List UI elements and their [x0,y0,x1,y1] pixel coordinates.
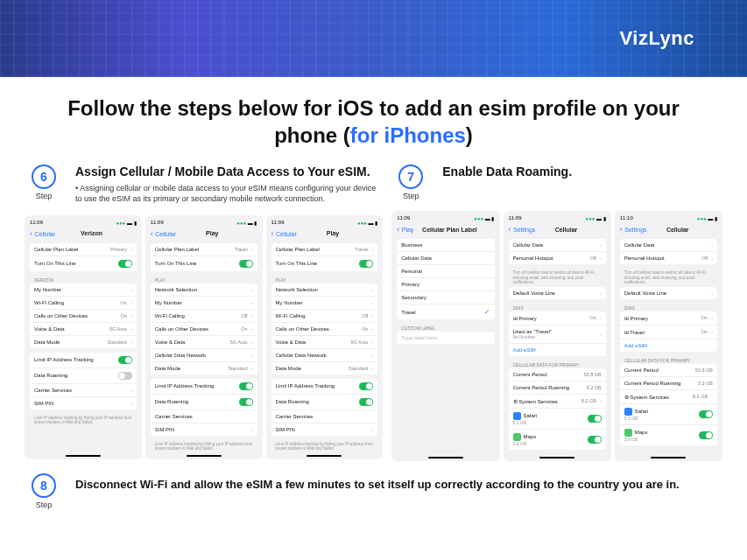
settings-row[interactable]: Data Roaming [271,395,378,410]
settings-row[interactable]: Current Period Roaming5.2 GB [509,382,606,395]
back-link[interactable]: Play [397,225,413,234]
step-6-desc: Assigning cellular or mobile data access… [75,184,383,204]
settings-row[interactable]: SIM PIN [151,424,257,436]
settings-row[interactable]: SIM PIN [271,424,378,436]
settings-row[interactable]: Voice & Data5G Auto [271,336,378,349]
step-6: 6 Step Assign Cellular / Mobile Data Acc… [25,164,383,460]
settings-row[interactable]: Voice & Data5G Auto [30,323,137,336]
settings-row[interactable]: Network Selection [151,284,257,297]
settings-row[interactable]: Voice & Data5G Auto [151,336,257,349]
back-link[interactable]: Cellular [151,229,176,238]
step-number-7: 7 [398,164,423,189]
step-7: 7 Step Enable Data Roaming. 11:09●●● ▬ ▮… [391,164,722,460]
settings-row[interactable]: Data Roaming [151,395,257,410]
settings-row[interactable]: Cellular Data [509,239,606,252]
step-8-title: Disconnect Wi-Fi and allow the eSIM a fe… [75,473,680,491]
settings-row[interactable]: Personal HotspotOff [620,252,717,264]
settings-row[interactable]: Default Voice Line [509,287,606,299]
iphone-screenshot: 11:09●●● ▬ ▮CellularPlay Cellular Plan L… [266,215,384,460]
settings-row[interactable]: Carrier Services [30,384,137,397]
settings-row[interactable]: Carrier Services [271,410,378,424]
brand-logo: VizLync [620,27,694,50]
step-8: 8 Step Disconnect Wi-Fi and allow the eS… [0,461,747,509]
toggle-on[interactable] [359,398,373,406]
step-number-6: 6 [32,164,56,189]
toggle-on[interactable] [239,260,253,268]
settings-row[interactable]: Current Period Roaming5.2 GB [620,377,717,390]
settings-row[interactable]: Calls on Other DevicesOn [30,310,137,323]
settings-row[interactable]: Wi-Fi CallingOn [30,297,137,310]
toggle-on[interactable] [239,382,253,390]
settings-row[interactable]: Limit IP Address Tracking [30,353,137,368]
settings-row[interactable]: Current Period53.8 GB [620,364,717,377]
settings-row[interactable]: My Number [151,297,257,310]
settings-row[interactable]: Default Voice Line [620,287,717,299]
settings-row[interactable]: Cellular Data Network [271,349,378,362]
back-link[interactable]: Cellular [30,229,55,238]
settings-row[interactable]: SIM PIN [30,397,137,410]
toggle-on[interactable] [359,260,373,268]
settings-row[interactable]: My Number [30,284,137,297]
settings-row[interactable]: Limit IP Address Tracking [151,379,257,395]
back-link[interactable]: Cellular [271,229,297,238]
settings-row[interactable]: Network Selection [271,284,378,297]
settings-row[interactable]: Calls on Other DevicesOn [151,323,257,336]
iphone-screenshot: 11:10●●● ▬ ▮SettingsCellular Cellular Da… [615,211,722,460]
settings-row[interactable]: Data ModeStandard [271,362,378,374]
settings-row[interactable]: Wi-Fi CallingOff [271,310,378,323]
toggle-off[interactable] [118,372,132,380]
settings-row[interactable]: Cellular Plan LabelTravel [151,243,257,256]
toggle-on[interactable] [118,356,132,364]
settings-row[interactable]: Cellular Data [620,239,717,252]
step-6-title: Assign Cellular / Mobile Data Access to … [75,164,383,179]
settings-row[interactable]: ⚙ System Services8.2 GB [620,390,717,404]
settings-row[interactable]: Personal HotspotOff [509,252,606,264]
settings-row[interactable]: Turn On This Line [151,256,257,271]
step-7-title: Enable Data Roaming. [442,164,722,179]
settings-row[interactable]: Turn On This Line [271,256,378,271]
settings-row[interactable]: Data ModeStandard [151,362,257,374]
settings-row[interactable]: My Number [271,297,378,310]
step-number-8: 8 [32,473,56,498]
back-link[interactable]: Settings [509,225,536,234]
iphone-screenshot: 11:09●●● ▬ ▮CellularVerizon Cellular Pla… [25,215,142,460]
toggle-on[interactable] [239,398,253,406]
back-link[interactable]: Settings [620,225,647,234]
settings-row[interactable]: Cellular Plan LabelTravel [271,243,378,256]
toggle-on[interactable] [359,382,373,390]
iphone-screenshot: 11:09●●● ▬ ▮PlayCellular Plan Label Busi… [391,211,499,460]
settings-row[interactable]: Wi-Fi CallingOff [151,310,257,323]
settings-row[interactable]: Carrier Services [151,410,257,424]
page-title: Follow the steps below for iOS to add an… [35,94,712,149]
settings-row[interactable]: Current Period53.8 GB [509,368,606,382]
toggle-on[interactable] [118,260,132,268]
iphone-screenshot: 11:09●●● ▬ ▮SettingsCellular Cellular Da… [504,211,611,460]
settings-row[interactable]: Cellular Data Network [151,349,257,362]
banner: VizLync [0,0,747,77]
iphone-screenshot: 11:09●●● ▬ ▮CellularPlay Cellular Plan L… [145,215,263,460]
settings-row[interactable]: Turn On This Line [30,256,137,271]
settings-row[interactable]: Data ModeStandard [30,336,137,348]
settings-row[interactable]: Data Roaming [30,368,137,384]
settings-row[interactable]: Calls on Other DevicesOn [271,323,378,336]
settings-row[interactable]: Limit IP Address Tracking [271,379,378,395]
settings-row[interactable]: ⚙ System Services8.2 GB [509,395,606,409]
settings-row[interactable]: Cellular Plan LabelPrimary [30,243,137,256]
